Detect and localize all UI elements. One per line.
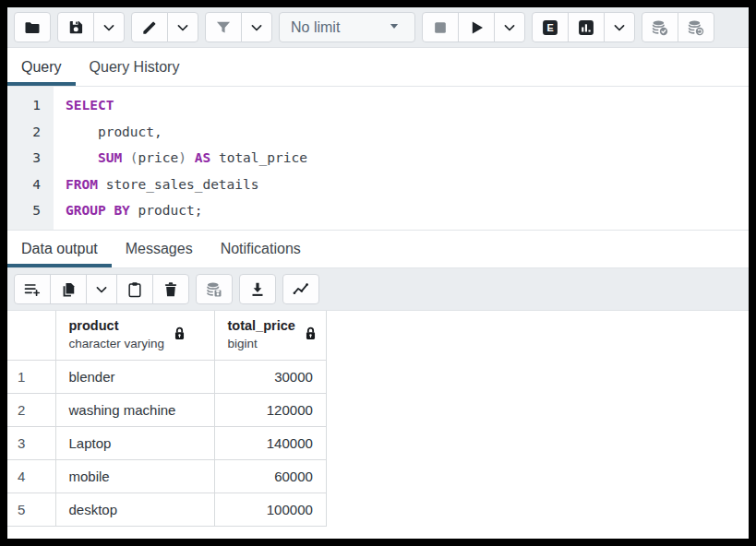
column-header-total_price[interactable]: total_pricebigint <box>214 311 326 360</box>
tab-query-history[interactable]: Query History <box>76 48 194 86</box>
sql-code-area[interactable]: SELECT product, SUM (price) AS total_pri… <box>54 87 749 230</box>
sql-text: total_price <box>210 150 307 165</box>
row-number-cell[interactable]: 4 <box>7 459 55 493</box>
sql-line[interactable]: SUM (price) AS total_price <box>66 145 749 172</box>
cell-product[interactable]: washing machine <box>55 393 214 426</box>
query-tool-toolbar: No limitE <box>7 7 749 48</box>
chevron-down-icon <box>500 18 519 37</box>
sql-keyword: AS <box>195 150 210 165</box>
execute-options-dropdown[interactable] <box>494 12 525 42</box>
line-number-gutter: 12345 <box>7 87 54 230</box>
chevron-down-icon <box>92 280 111 299</box>
save-results-to-file-button[interactable] <box>239 274 276 304</box>
copy-options-dropdown[interactable] <box>86 274 117 304</box>
chevron-down-icon <box>100 18 118 37</box>
column-header-product[interactable]: productcharacter varying <box>55 311 214 360</box>
edit-options-button[interactable] <box>131 12 168 42</box>
sql-line[interactable]: FROM store_sales_details <box>66 172 749 198</box>
sql-keyword: FROM <box>66 177 98 192</box>
download-icon <box>248 280 267 299</box>
commit-button[interactable] <box>642 12 678 42</box>
filter-button[interactable] <box>205 12 242 42</box>
explain-options-dropdown[interactable] <box>604 12 635 42</box>
explain-analyze-button[interactable] <box>568 12 605 42</box>
cell-total-price[interactable]: 140000 <box>214 426 326 459</box>
db-commit-icon <box>651 18 669 37</box>
table-row: 4mobile60000 <box>7 459 326 493</box>
column-name: product <box>69 317 165 336</box>
toolbar-button-group <box>642 12 714 42</box>
table-row: 5desktop100000 <box>7 493 326 526</box>
graph-icon <box>292 280 310 299</box>
sql-editor[interactable]: 12345 SELECT product, SUM (price) AS tot… <box>7 87 749 231</box>
results-toolbar <box>7 268 749 311</box>
edit-options-dropdown[interactable] <box>167 12 198 42</box>
tab-notifications[interactable]: Notifications <box>207 231 315 267</box>
save-data-changes-button[interactable] <box>196 274 233 304</box>
table-row: 2washing machine120000 <box>7 393 326 426</box>
save-file-button[interactable] <box>57 12 94 42</box>
filter-icon <box>214 18 233 37</box>
line-number: 1 <box>7 92 41 119</box>
toolbar-button-group <box>14 12 51 42</box>
sql-text: product; <box>130 203 203 218</box>
cell-total-price[interactable]: 30000 <box>214 360 326 393</box>
filter-options-dropdown[interactable] <box>241 12 272 42</box>
line-number: 4 <box>7 172 41 198</box>
explain-analyze-icon <box>577 18 595 37</box>
cell-product[interactable]: Laptop <box>55 426 214 459</box>
save-options-dropdown[interactable] <box>93 12 125 42</box>
lock-icon <box>174 326 186 343</box>
sql-text: product, <box>66 125 162 139</box>
tab-messages[interactable]: Messages <box>112 231 207 267</box>
execute-script-button[interactable] <box>458 12 495 42</box>
add-row-icon <box>23 280 42 299</box>
sql-text: store_sales_details <box>98 177 259 192</box>
row-number-cell[interactable]: 1 <box>7 360 55 393</box>
tab-data-output[interactable]: Data output <box>7 231 112 267</box>
sql-keyword: SELECT <box>66 98 114 113</box>
row-number-cell[interactable]: 2 <box>7 393 55 426</box>
toolbar-button-group <box>131 12 198 42</box>
cell-total-price[interactable]: 100000 <box>214 493 326 526</box>
cell-product[interactable]: mobile <box>55 459 214 493</box>
add-row-button[interactable] <box>14 274 51 304</box>
toolbar-button-group <box>239 274 276 304</box>
sql-line[interactable]: SELECT <box>66 92 749 119</box>
explain-icon: E <box>541 18 559 37</box>
sql-line[interactable]: product, <box>66 119 749 146</box>
copy-button[interactable] <box>50 274 87 304</box>
table-row: 1blender30000 <box>7 360 326 393</box>
delete-rows-button[interactable] <box>152 274 189 304</box>
graph-visualiser-button[interactable] <box>282 274 319 304</box>
toolbar-button-group <box>196 274 233 304</box>
output-tab-bar: Data outputMessagesNotifications <box>7 231 749 268</box>
explain-button[interactable]: E <box>532 12 569 42</box>
sql-text <box>122 150 130 165</box>
open-file-button[interactable] <box>14 12 51 42</box>
cell-total-price[interactable]: 120000 <box>214 393 326 426</box>
row-number-cell[interactable]: 5 <box>7 493 55 526</box>
query-tab-bar: QueryQuery History <box>7 48 749 87</box>
cell-product[interactable]: desktop <box>55 493 214 526</box>
toolbar-button-group <box>205 12 272 42</box>
toolbar-button-group <box>57 12 125 42</box>
row-number-cell[interactable]: 3 <box>7 426 55 459</box>
grid-corner-cell[interactable] <box>7 311 55 360</box>
sql-line[interactable]: GROUP BY product; <box>66 197 749 224</box>
caret-down-icon <box>385 17 403 39</box>
svg-text:E: E <box>546 21 553 32</box>
play-icon <box>467 18 486 37</box>
save-icon <box>66 18 85 37</box>
tab-query[interactable]: Query <box>7 48 76 86</box>
line-number: 3 <box>7 145 41 172</box>
row-limit-select[interactable]: No limit <box>279 12 415 42</box>
cancel-query-button[interactable] <box>422 12 459 42</box>
column-name: total_price <box>228 317 295 336</box>
chevron-down-icon <box>247 18 266 37</box>
cell-product[interactable]: blender <box>55 360 214 393</box>
paste-icon <box>126 280 144 299</box>
rollback-button[interactable] <box>678 12 714 42</box>
cell-total-price[interactable]: 60000 <box>214 459 326 493</box>
paste-button[interactable] <box>116 274 153 304</box>
